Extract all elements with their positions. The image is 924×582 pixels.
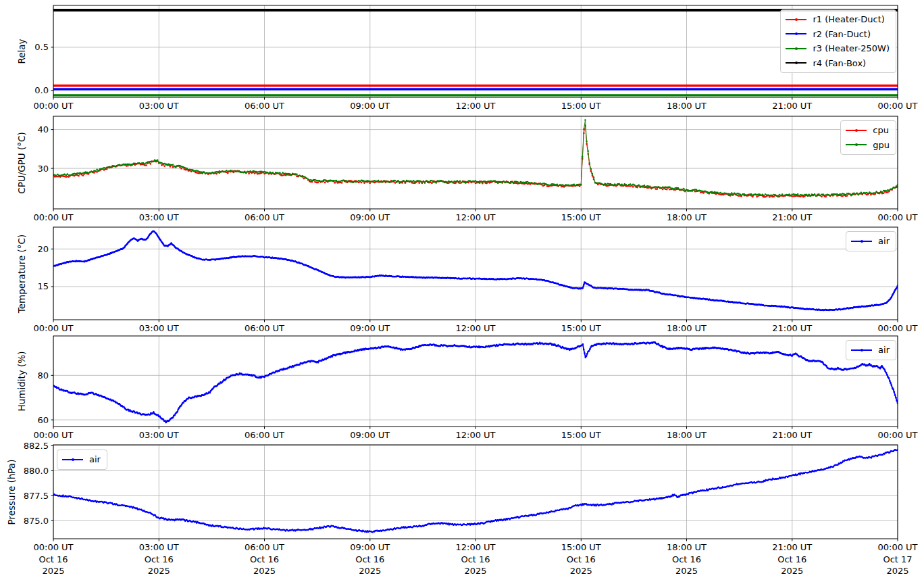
- cpu-gpu-plot-area: 3040: [53, 116, 898, 209]
- relay-axis-label: Relay: [16, 39, 27, 64]
- x-tick-label: 18:00 UT: [646, 100, 727, 112]
- x-tick-label: 00:00 UT: [13, 322, 94, 335]
- x-tick-label: 09:00 UT: [330, 100, 411, 112]
- y-tick-label: 882.5: [24, 441, 49, 451]
- x-tick-label: 12:00 UT: [435, 212, 516, 224]
- x-tick-label: 00:00 UT Oct 16 2025: [13, 541, 94, 577]
- y-tick-label: 30: [37, 164, 49, 174]
- temperature-plot-area: 1520: [53, 227, 898, 320]
- x-tick-label: 03:00 UT: [118, 212, 199, 224]
- temperature-axis-label: Temperature (°C): [16, 234, 27, 313]
- pressure-plot-area: 875.0877.5880.0882.5: [53, 445, 898, 539]
- temperature-legend: air: [846, 231, 896, 251]
- legend-entry: cpu: [846, 123, 890, 138]
- legend-label: r2 (Fan-Duct): [813, 29, 871, 39]
- x-tick-label: 06:00 UT Oct 16 2025: [224, 541, 305, 577]
- y-tick-label: 880.0: [24, 466, 49, 476]
- legend-label: air: [878, 236, 890, 246]
- x-tick-label: 15:00 UT: [540, 429, 621, 441]
- pressure-axis-label: Pressure (hPa): [6, 459, 17, 525]
- x-tick-label: 15:00 UT: [540, 100, 621, 112]
- x-tick-label: 21:00 UT Oct 16 2025: [752, 541, 833, 577]
- x-tick-label: 00:00 UT: [857, 429, 924, 441]
- y-tick-label: 0.5: [34, 42, 49, 52]
- x-tick-label: 09:00 UT Oct 16 2025: [330, 541, 411, 577]
- x-tick-label: 00:00 UT: [13, 212, 94, 224]
- pressure-panel: Pressure (hPa) 875.0877.5880.0882.5 air …: [0, 445, 924, 581]
- y-tick-label: 875.0: [24, 516, 49, 526]
- sensor-dashboard-figure: Relay 0.00.5 r1 (Heater-Duct)r2 (Fan-Duc…: [0, 0, 924, 582]
- legend-marker-icon: [786, 27, 806, 41]
- y-tick-label: 80: [37, 370, 49, 381]
- y-tick-label: 40: [37, 124, 49, 135]
- x-tick-label: 00:00 UT: [13, 429, 94, 441]
- x-tick-label: 12:00 UT Oct 16 2025: [435, 541, 516, 577]
- x-tick-label: 03:00 UT: [118, 100, 199, 112]
- legend-entry: air: [851, 234, 890, 249]
- x-tick-label: 00:00 UT: [857, 100, 924, 112]
- y-tick-label: 0.0: [34, 85, 49, 95]
- legend-label: r1 (Heater-Duct): [813, 14, 884, 24]
- legend-label: r4 (Fan-Box): [813, 58, 866, 68]
- x-tick-label: 03:00 UT: [118, 429, 199, 441]
- x-tick-label: 12:00 UT: [435, 429, 516, 441]
- legend-marker-icon: [851, 343, 872, 357]
- y-tick-label: 60: [37, 415, 49, 425]
- x-tick-label: 21:00 UT: [752, 100, 833, 112]
- humidity-plot-area: 6080: [53, 336, 898, 427]
- humidity-axis-label: Humidity (%): [16, 351, 27, 412]
- legend-marker-icon: [786, 12, 806, 26]
- legend-label: cpu: [873, 125, 889, 135]
- legend-entry: r4 (Fan-Box): [786, 56, 890, 71]
- legend-entry: r2 (Fan-Duct): [786, 27, 890, 42]
- y-tick-label: 20: [37, 244, 49, 254]
- legend-label: r3 (Heater-250W): [813, 43, 890, 53]
- x-tick-label: 00:00 UT Oct 17 2025: [857, 541, 924, 577]
- x-tick-label: 06:00 UT: [224, 429, 305, 441]
- legend-label: gpu: [873, 140, 890, 150]
- x-tick-label: 15:00 UT: [540, 322, 621, 335]
- legend-entry: r3 (Heater-250W): [786, 41, 890, 56]
- x-tick-label: 15:00 UT Oct 16 2025: [540, 541, 621, 577]
- x-tick-label: 06:00 UT: [224, 322, 305, 335]
- legend-entry: air: [62, 452, 101, 467]
- y-tick-label: 877.5: [24, 491, 49, 501]
- x-tick-label: 21:00 UT: [752, 212, 833, 224]
- x-tick-label: 12:00 UT: [435, 100, 516, 112]
- cpu-gpu-axis-label: CPU/GPU (°C): [16, 132, 27, 193]
- legend-marker-icon: [62, 452, 83, 466]
- legend-marker-icon: [786, 56, 806, 70]
- x-tick-label: 09:00 UT: [330, 322, 411, 335]
- x-tick-label: 12:00 UT: [435, 322, 516, 335]
- x-tick-label: 21:00 UT: [752, 429, 833, 441]
- x-tick-label: 00:00 UT: [857, 212, 924, 224]
- cpu-gpu-legend: cpugpu: [840, 120, 896, 155]
- pressure-legend: air: [57, 450, 107, 470]
- legend-marker-icon: [846, 123, 867, 137]
- relay-legend: r1 (Heater-Duct)r2 (Fan-Duct)r3 (Heater-…: [780, 9, 896, 73]
- pressure-xtick-row: 00:00 UT Oct 16 202503:00 UT Oct 16 2025…: [0, 541, 924, 582]
- relay-plot-area: 0.00.5: [53, 5, 898, 97]
- x-tick-label: 03:00 UT Oct 16 2025: [118, 541, 199, 577]
- x-tick-label: 06:00 UT: [224, 212, 305, 224]
- legend-marker-icon: [851, 234, 872, 248]
- y-tick-label: 15: [37, 281, 49, 291]
- x-tick-label: 18:00 UT: [646, 322, 727, 335]
- x-tick-label: 09:00 UT: [330, 429, 411, 441]
- legend-entry: r1 (Heater-Duct): [786, 12, 890, 27]
- x-tick-label: 03:00 UT: [118, 322, 199, 335]
- x-tick-label: 21:00 UT: [752, 322, 833, 335]
- x-tick-label: 09:00 UT: [330, 212, 411, 224]
- x-tick-label: 06:00 UT: [224, 100, 305, 112]
- legend-label: air: [878, 345, 890, 355]
- x-tick-label: 15:00 UT: [540, 212, 621, 224]
- humidity-legend: air: [846, 340, 896, 360]
- x-tick-label: 18:00 UT: [646, 429, 727, 441]
- legend-label: air: [89, 454, 101, 464]
- x-tick-label: 00:00 UT: [13, 100, 94, 112]
- legend-marker-icon: [786, 41, 806, 55]
- x-tick-label: 18:00 UT: [646, 212, 727, 224]
- x-tick-label: 00:00 UT: [857, 322, 924, 335]
- legend-marker-icon: [846, 138, 867, 152]
- legend-entry: gpu: [846, 138, 890, 153]
